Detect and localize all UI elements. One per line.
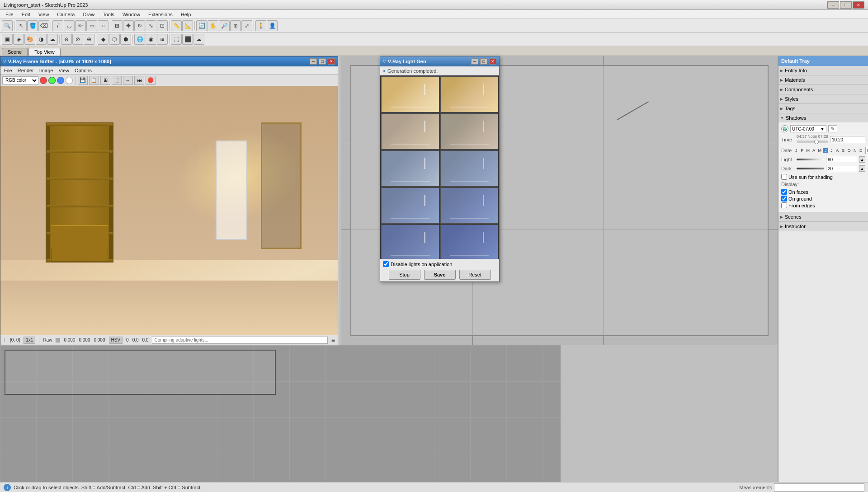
wireframe-btn[interactable]: ⬡: [109, 34, 120, 45]
menu-edit[interactable]: Edit: [18, 11, 34, 18]
solid-btn[interactable]: ◆: [98, 34, 108, 45]
month-F[interactable]: F: [799, 148, 805, 153]
vray-frame-titlebar[interactable]: V V-Ray Frame Buffer - [50.0% of 1920 x …: [0, 56, 338, 66]
tray-tags-header[interactable]: ▶ Tags: [778, 104, 868, 113]
tray-scenes-header[interactable]: ▶ Scenes: [778, 212, 868, 221]
pushpull-tool[interactable]: ⊞: [112, 20, 123, 31]
sandBox-btn[interactable]: ≋: [157, 34, 168, 45]
3d-warehouse-btn[interactable]: ☁: [193, 34, 204, 45]
person-icon[interactable]: 👤: [267, 20, 278, 31]
bottom-3d-canvas[interactable]: Top View: [0, 345, 561, 492]
time-knob[interactable]: [814, 140, 819, 144]
geo-btn[interactable]: 🌐: [134, 34, 145, 45]
tray-instructor-header[interactable]: ▶ Instructor: [778, 222, 868, 231]
tray-styles-header[interactable]: ▶ Styles: [778, 94, 868, 103]
circle-tool[interactable]: ○: [98, 20, 108, 31]
search-btn[interactable]: 🔍: [2, 20, 13, 31]
freehand-tool[interactable]: ✏: [75, 20, 86, 31]
from-edges-checkbox[interactable]: [781, 202, 787, 208]
orbit-tool[interactable]: 🔄: [196, 20, 207, 31]
minimize-btn[interactable]: ─: [827, 1, 839, 9]
menu-extensions[interactable]: Extensions: [145, 11, 176, 18]
on-ground-checkbox[interactable]: [781, 196, 787, 201]
menu-tools[interactable]: Tools: [99, 11, 118, 18]
month-A1[interactable]: A: [811, 148, 816, 153]
fb-minimize-btn[interactable]: ─: [310, 58, 317, 65]
month-O[interactable]: O: [846, 148, 852, 153]
fb-menu-view[interactable]: View: [57, 68, 71, 73]
rendering-btn[interactable]: ◈: [13, 34, 24, 45]
menu-file[interactable]: File: [2, 11, 17, 18]
lightgen-save-btn[interactable]: Save: [424, 270, 456, 280]
month-M1[interactable]: M: [805, 148, 811, 153]
scale-tool[interactable]: ⤡: [146, 20, 156, 31]
fb-menu-image[interactable]: Image: [38, 68, 55, 73]
fog-btn[interactable]: ☁: [47, 34, 58, 45]
disable-lights-checkbox[interactable]: [383, 261, 389, 267]
menu-camera[interactable]: Camera: [53, 11, 78, 18]
blue-swatch[interactable]: [57, 77, 64, 84]
lightgen-stop-btn[interactable]: Stop: [389, 270, 420, 280]
shadows-btn[interactable]: ◑: [36, 34, 47, 45]
green-swatch[interactable]: [48, 77, 56, 84]
month-J3[interactable]: J: [829, 148, 834, 153]
month-D[interactable]: D: [858, 148, 863, 153]
maximize-btn[interactable]: □: [840, 1, 852, 9]
move-tool[interactable]: ✥: [123, 20, 134, 31]
fb-history-btn[interactable]: ⏮: [134, 76, 144, 85]
lightgen-titlebar[interactable]: V V-Ray Light Gen ─ □ ✕: [380, 56, 499, 66]
fb-lens-btn[interactable]: 🔴: [146, 76, 156, 85]
fb-copy-btn[interactable]: 📋: [89, 76, 99, 85]
date-field[interactable]: 06/21: [865, 147, 868, 154]
pan-tool[interactable]: ✋: [208, 20, 218, 31]
fb-save-btn[interactable]: 💾: [78, 76, 88, 85]
fb-close-btn[interactable]: ✕: [328, 58, 335, 65]
section-btn[interactable]: ⊖: [61, 34, 72, 45]
walk-tool[interactable]: 🚶: [255, 20, 266, 31]
eraser-tool[interactable]: ⌫: [38, 20, 49, 31]
dark-value-field[interactable]: 20: [826, 165, 857, 172]
zoom-extents-tool[interactable]: ⤢: [241, 20, 252, 31]
white-swatch[interactable]: [66, 77, 73, 84]
lightgen-thumb-10[interactable]: [440, 225, 499, 259]
tray-materials-header[interactable]: ▶ Materials: [778, 75, 868, 84]
time-current-field[interactable]: 10:20: [830, 136, 865, 143]
section3-btn[interactable]: ⊕: [84, 34, 94, 45]
month-A2[interactable]: A: [835, 148, 840, 153]
month-S[interactable]: S: [840, 148, 846, 153]
bottom-3d-viewport[interactable]: Top View: [0, 345, 561, 492]
month-J2[interactable]: J: [823, 148, 828, 153]
lightgen-thumb-9[interactable]: [381, 225, 439, 259]
export-btn[interactable]: ⬚: [171, 34, 182, 45]
import-btn[interactable]: ⬛: [182, 34, 193, 45]
timezone-dropdown[interactable]: UTC-07:00 ▼: [790, 125, 826, 132]
lg-close-btn[interactable]: ✕: [489, 58, 496, 65]
lightgen-thumb-6[interactable]: [440, 150, 499, 187]
fb-expand-btn[interactable]: ≡: [331, 337, 335, 344]
red-swatch[interactable]: [40, 77, 47, 84]
arc-tool[interactable]: ◡: [64, 20, 75, 31]
hidden-btn[interactable]: ⬢: [120, 34, 131, 45]
dark-up-btn[interactable]: ▲: [859, 165, 865, 172]
zoom-window-tool[interactable]: ⊕: [230, 20, 241, 31]
fb-menu-render[interactable]: Render: [16, 68, 36, 73]
tape-tool[interactable]: 📏: [171, 20, 182, 31]
menu-help[interactable]: Help: [177, 11, 195, 18]
tray-components-header[interactable]: ▶ Components: [778, 85, 868, 94]
fb-menu-file[interactable]: File: [2, 68, 14, 73]
month-M2[interactable]: M: [817, 148, 822, 153]
rotate-tool[interactable]: ↻: [134, 20, 145, 31]
paint-bucket-tool[interactable]: 🪣: [27, 20, 38, 31]
standard-views-btn[interactable]: ▣: [2, 34, 13, 45]
menu-window[interactable]: Window: [119, 11, 144, 18]
geo2-btn[interactable]: ◉: [146, 34, 156, 45]
section2-btn[interactable]: ⊘: [72, 34, 83, 45]
lightgen-thumb-3[interactable]: [381, 113, 439, 150]
lightgen-reset-btn[interactable]: Reset: [459, 270, 491, 280]
lg-minimize-btn[interactable]: ─: [471, 58, 478, 65]
fb-grid-btn[interactable]: ⊞: [100, 76, 110, 85]
zoom-tool[interactable]: 🔎: [219, 20, 230, 31]
lightgen-thumb-5[interactable]: [381, 150, 439, 187]
select-tool[interactable]: ↖: [16, 20, 27, 31]
fb-stereo-btn[interactable]: ⬚: [112, 76, 122, 85]
